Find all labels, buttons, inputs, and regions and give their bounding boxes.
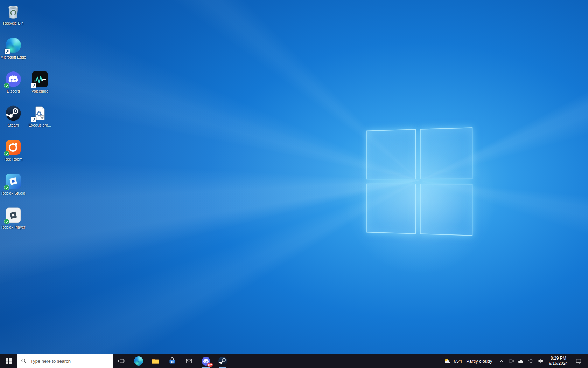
show-desktop-button[interactable] bbox=[586, 354, 588, 368]
steam-taskbar-button[interactable] bbox=[214, 354, 231, 368]
voicemod-icon bbox=[31, 71, 48, 88]
volume-button[interactable] bbox=[536, 354, 546, 368]
action-center-button[interactable] bbox=[571, 354, 586, 368]
sync-check-icon bbox=[4, 185, 9, 190]
camera-icon bbox=[509, 358, 514, 364]
desktop-icon-discord[interactable]: Discord bbox=[0, 71, 27, 94]
desktop-icon-steam[interactable]: Steam bbox=[0, 105, 27, 128]
discord-notification-badge: 99+ bbox=[207, 363, 213, 367]
wallpaper bbox=[0, 0, 588, 354]
sync-check-icon bbox=[4, 83, 9, 88]
meet-now-button[interactable] bbox=[506, 354, 516, 368]
action-center-icon bbox=[575, 358, 582, 364]
file-explorer-button[interactable] bbox=[147, 354, 164, 368]
discord-icon bbox=[5, 71, 22, 88]
wallpaper-light-wedge bbox=[0, 0, 588, 354]
roblox-studio-icon bbox=[5, 173, 22, 190]
cloud-icon bbox=[518, 359, 524, 363]
desktop[interactable]: Recycle Bin Microsoft Edge Discord bbox=[0, 0, 588, 368]
edge-icon bbox=[5, 37, 22, 54]
weather-widget[interactable]: 65°F Partly cloudy bbox=[439, 354, 497, 368]
weather-sun-cloud-icon bbox=[443, 357, 451, 364]
windows-logo-pane-top-left bbox=[366, 129, 416, 179]
desktop-icon-recycle-bin[interactable]: Recycle Bin bbox=[0, 3, 27, 26]
task-view-icon bbox=[118, 357, 126, 365]
windows-logo-pane-top-right bbox=[420, 127, 472, 179]
search-box[interactable] bbox=[17, 354, 113, 368]
sync-check-icon bbox=[4, 219, 9, 224]
hidden-icons-button[interactable] bbox=[497, 354, 506, 368]
desktop-icon-label: Microsoft Edge bbox=[0, 55, 26, 60]
desktop-icon-voicemod[interactable]: Voicemod bbox=[27, 71, 53, 94]
mail-icon bbox=[185, 357, 193, 365]
desktop-icon-label: Discord bbox=[7, 89, 20, 94]
discord-taskbar-button[interactable]: 99+ bbox=[197, 354, 214, 368]
desktop-icon-rec-room[interactable]: Rec Room bbox=[0, 139, 27, 162]
desktop-icon-label: Roblox Studio bbox=[1, 191, 26, 196]
desktop-icon-exodus[interactable]: Exodus.pro... bbox=[27, 105, 53, 128]
edge-taskbar-button[interactable] bbox=[130, 354, 147, 368]
steam-icon bbox=[218, 356, 227, 366]
sync-check-icon bbox=[4, 151, 9, 156]
windows-logo bbox=[366, 127, 472, 236]
desktop-icon-label: Voicemod bbox=[31, 89, 48, 94]
shortcut-arrow-icon bbox=[31, 117, 36, 122]
recycle-bin-icon bbox=[5, 3, 22, 20]
desktop-icon-label: Roblox Player bbox=[1, 225, 25, 230]
file-explorer-icon bbox=[151, 356, 160, 366]
microsoft-store-button[interactable] bbox=[164, 354, 181, 368]
windows-logo-pane-bottom-left bbox=[366, 184, 416, 234]
onedrive-button[interactable] bbox=[516, 354, 526, 368]
clock-date: 9/16/2024 bbox=[549, 361, 568, 366]
settings-file-icon bbox=[31, 105, 48, 122]
rec-room-icon bbox=[5, 139, 22, 156]
desktop-icon-label: Recycle Bin bbox=[3, 21, 23, 26]
windows-start-icon bbox=[6, 358, 12, 364]
desktop-icon-label: Steam bbox=[8, 123, 19, 128]
start-button[interactable] bbox=[0, 354, 17, 368]
desktop-icon-roblox-player[interactable]: Roblox Player bbox=[0, 207, 27, 230]
taskbar-clock[interactable]: 8:29 PM 9/16/2024 bbox=[546, 354, 571, 368]
shortcut-arrow-icon bbox=[5, 49, 10, 54]
wifi-icon bbox=[528, 359, 534, 363]
microsoft-store-icon bbox=[168, 357, 176, 365]
weather-condition: Partly cloudy bbox=[466, 359, 492, 364]
desktop-icon-roblox-studio[interactable]: Roblox Studio bbox=[0, 173, 27, 196]
search-icon bbox=[21, 358, 27, 364]
taskbar-right-cluster: 65°F Partly cloudy bbox=[439, 354, 588, 368]
desktop-icon-microsoft-edge[interactable]: Microsoft Edge bbox=[0, 37, 27, 60]
clock-time: 8:29 PM bbox=[551, 356, 566, 361]
desktop-icon-label: Exodus.pro... bbox=[29, 123, 51, 128]
task-view-button[interactable] bbox=[113, 354, 130, 368]
taskbar: 99+ bbox=[0, 354, 588, 368]
windows-logo-pane-bottom-right bbox=[420, 184, 472, 236]
shortcut-arrow-icon bbox=[31, 83, 36, 88]
desktop-icon-label: Rec Room bbox=[4, 157, 22, 162]
network-button[interactable] bbox=[526, 354, 536, 368]
chevron-up-icon bbox=[499, 359, 504, 363]
mail-button[interactable] bbox=[181, 354, 197, 368]
roblox-player-icon bbox=[5, 207, 22, 224]
speaker-icon bbox=[538, 359, 544, 363]
search-input[interactable] bbox=[30, 358, 109, 364]
weather-temperature: 65°F bbox=[454, 359, 464, 364]
edge-icon bbox=[134, 356, 143, 366]
steam-icon bbox=[5, 105, 22, 122]
